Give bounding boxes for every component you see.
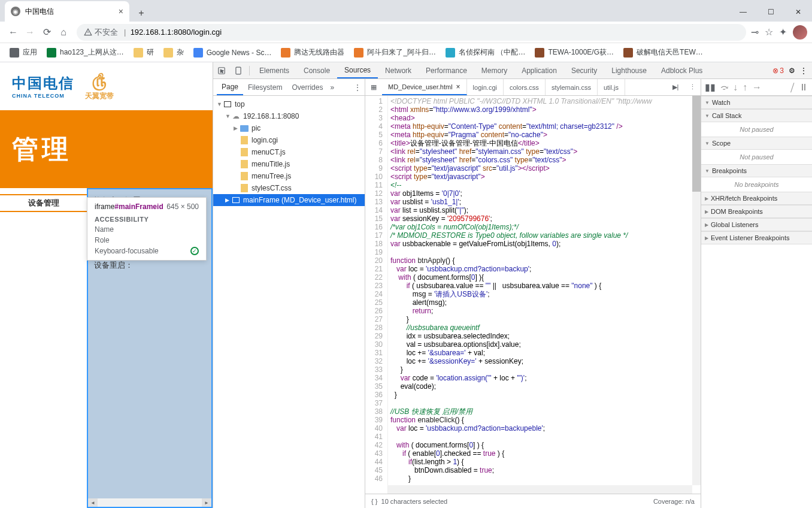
url-input[interactable]: 不安全 | 192.168.1.1:8080/login.cgi xyxy=(77,24,746,41)
bookmark-item[interactable]: 研 xyxy=(129,44,159,61)
tree-file[interactable]: login.cgi xyxy=(213,134,365,146)
devtools-tab-memory[interactable]: Memory xyxy=(474,62,514,78)
code-editor[interactable]: 1234567891011121314151617181920212223242… xyxy=(365,96,701,494)
titlebar: ◉ 中国电信 × + — ☐ ✕ xyxy=(0,0,812,22)
dom-panel[interactable]: ▶DOM Breakpoints xyxy=(701,205,812,218)
profile-avatar[interactable] xyxy=(793,25,807,40)
devtools-tab-console[interactable]: Console xyxy=(296,62,337,78)
star-icon[interactable]: ☆ xyxy=(765,26,773,38)
back-button[interactable]: ← xyxy=(5,24,22,41)
step-into-icon[interactable]: ↓ xyxy=(733,82,738,93)
file-tab[interactable]: colors.css xyxy=(504,79,546,95)
key-icon[interactable]: ⊸ xyxy=(751,26,759,38)
file-tab[interactable]: login.cgi xyxy=(467,79,504,95)
devtools-toolbar: ElementsConsoleSourcesNetworkPerformance… xyxy=(213,62,812,79)
close-button[interactable]: ✕ xyxy=(784,2,812,22)
braces-icon[interactable]: { } xyxy=(371,498,377,505)
tree-file[interactable]: menuTree.js xyxy=(213,170,365,182)
scroll-left-button[interactable]: ◄ xyxy=(88,498,98,507)
bookmark-item[interactable]: 腾达无线路由器 xyxy=(276,44,349,61)
horizontal-scrollbar[interactable] xyxy=(388,485,692,494)
scope-panel[interactable]: ▼Scope xyxy=(701,137,812,150)
error-count[interactable]: ⊗3 xyxy=(772,66,784,75)
step-out-icon[interactable]: ↑ xyxy=(743,82,747,93)
devtools-tab-security[interactable]: Security xyxy=(564,62,604,78)
apps-button[interactable]: 应用 xyxy=(5,44,42,61)
devtools-tab-network[interactable]: Network xyxy=(378,62,419,78)
kebab-icon[interactable]: ⋮ xyxy=(800,66,807,75)
code-content[interactable]: <!DOCTYPE html PUBLIC "-//W3C//DTD XHTML… xyxy=(388,96,701,494)
device-icon[interactable] xyxy=(230,66,247,75)
tree-file[interactable]: menuTitle.js xyxy=(213,158,365,170)
deactivate-icon[interactable]: ⧸ xyxy=(790,82,794,93)
tree-file[interactable]: menuCT.js xyxy=(213,146,365,158)
kebab-icon[interactable]: ⋮ xyxy=(684,83,701,91)
event-panel[interactable]: ▶Event Listener Breakpoints xyxy=(701,231,812,244)
tree-folder-pic[interactable]: ▶pic xyxy=(213,122,365,134)
devtools-tab-adblock-plus[interactable]: Adblock Plus xyxy=(654,62,710,78)
close-icon[interactable]: × xyxy=(456,83,460,91)
breakpoints-panel[interactable]: ▼Breakpoints xyxy=(701,164,812,177)
nav-tab-overrides[interactable]: Overrides xyxy=(287,79,328,95)
tab-title: 中国电信 xyxy=(25,7,54,17)
maximize-button[interactable]: ☐ xyxy=(757,2,784,22)
devtools-tab-application[interactable]: Application xyxy=(514,62,564,78)
file-list-icon[interactable]: ▦ xyxy=(365,83,382,91)
bookmark-item[interactable]: 阿斗归来了_阿斗归… xyxy=(349,44,441,61)
reload-button[interactable]: ⟳ xyxy=(38,24,55,41)
vertical-scrollbar[interactable] xyxy=(692,96,701,485)
kebab-icon[interactable]: ⋮ xyxy=(354,83,361,92)
step-over-icon[interactable]: ⤼ xyxy=(720,81,728,93)
bookmark-item[interactable]: hao123_上网从这… xyxy=(42,44,129,61)
run-icon[interactable]: ▶| xyxy=(667,83,684,91)
devtools-tab-performance[interactable]: Performance xyxy=(419,62,474,78)
inspect-icon[interactable] xyxy=(213,66,230,75)
close-icon[interactable]: × xyxy=(119,7,123,16)
file-tab[interactable]: stylemain.css xyxy=(546,79,598,95)
bookmark-item[interactable]: Google News - Sc… xyxy=(189,44,277,61)
check-icon: ✓ xyxy=(190,247,199,255)
tree-file[interactable]: stylesCT.css xyxy=(213,182,365,194)
header-band: 管理 xyxy=(0,110,213,188)
devtools: ElementsConsoleSourcesNetworkPerformance… xyxy=(213,62,812,508)
pause-exceptions-icon[interactable]: ⏸ xyxy=(799,82,808,93)
line-gutter: 1234567891011121314151617181920212223242… xyxy=(365,96,388,494)
inspect-tooltip: iframe#mainFrameid645 × 500 ACCESSIBILIT… xyxy=(87,197,207,261)
scroll-right-button[interactable]: ► xyxy=(202,498,211,507)
cloud-icon: ☁ xyxy=(231,112,241,120)
step-icon[interactable]: → xyxy=(752,82,762,93)
tianyi-logo: ௹ 天翼宽带 xyxy=(85,71,114,101)
extensions-icon[interactable]: ✦ xyxy=(779,26,787,38)
tree-top[interactable]: ▼top xyxy=(213,98,365,110)
devtools-tab-sources[interactable]: Sources xyxy=(337,62,378,78)
devtools-tab-lighthouse[interactable]: Lighthouse xyxy=(604,62,654,78)
listeners-panel[interactable]: ▶Global Listeners xyxy=(701,218,812,231)
more-icon[interactable]: » xyxy=(330,83,334,92)
bookmark-item[interactable]: 破解电信天邑TEW… xyxy=(619,44,708,61)
xhr-panel[interactable]: ▶XHR/fetch Breakpoints xyxy=(701,192,812,205)
sources-navigator: PageFilesystemOverrides » ⋮ ▼top ▼☁192.1… xyxy=(213,79,365,508)
file-tree[interactable]: ▼top ▼☁192.168.1.1:8080 ▶pic login.cgime… xyxy=(213,96,365,508)
bookmark-item[interactable]: 杂 xyxy=(159,44,189,61)
watch-panel[interactable]: ▼Watch xyxy=(701,96,812,109)
devtools-tab-elements[interactable]: Elements xyxy=(252,62,296,78)
debugger-pane: ▮▮ ⤼ ↓ ↑ → ⧸ ⏸ ▼Watch ▼Call Stack Not pa… xyxy=(701,79,812,508)
tree-mainframe[interactable]: ▶mainFrame (MD_Device_user.html) xyxy=(213,194,365,206)
gear-icon[interactable]: ⚙ xyxy=(789,66,795,75)
file-tab[interactable]: util.js xyxy=(598,79,625,95)
nav-tab-page[interactable]: Page xyxy=(217,79,243,95)
file-tab[interactable]: MD_Device_user.html× xyxy=(382,79,467,95)
forward-button[interactable]: → xyxy=(22,24,38,41)
bookmark-item[interactable]: TEWA-1000E/G获… xyxy=(530,44,619,61)
callstack-panel[interactable]: ▼Call Stack xyxy=(701,109,812,122)
new-tab-button[interactable]: + xyxy=(133,5,150,22)
browser-tab[interactable]: ◉ 中国电信 × xyxy=(5,1,129,22)
tree-host[interactable]: ▼☁192.168.1.1:8080 xyxy=(213,110,365,122)
minimize-button[interactable]: — xyxy=(729,2,757,22)
iframe-scrollbar[interactable]: ◄ ► xyxy=(88,498,211,507)
sidebar-item-device[interactable]: 设备管理 xyxy=(0,194,87,212)
bookmark-item[interactable]: 名侦探柯南 （中配… xyxy=(441,44,530,61)
pause-icon[interactable]: ▮▮ xyxy=(705,81,716,93)
nav-tab-filesystem[interactable]: Filesystem xyxy=(243,79,287,95)
home-button[interactable]: ⌂ xyxy=(55,24,72,41)
